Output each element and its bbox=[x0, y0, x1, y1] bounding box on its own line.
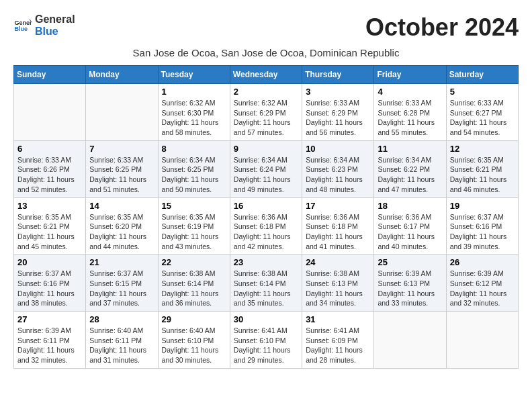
day-number: 7 bbox=[89, 144, 154, 154]
logo-line2: Blue bbox=[35, 26, 75, 38]
day-number: 30 bbox=[234, 314, 298, 324]
day-number: 4 bbox=[378, 87, 442, 97]
calendar-cell: 18Sunrise: 6:36 AM Sunset: 6:17 PM Dayli… bbox=[374, 197, 446, 255]
day-number: 24 bbox=[306, 257, 370, 267]
calendar-cell bbox=[86, 84, 158, 141]
cell-info: Sunrise: 6:32 AM Sunset: 6:29 PM Dayligh… bbox=[234, 98, 298, 138]
day-number: 25 bbox=[378, 257, 442, 267]
calendar-cell: 25Sunrise: 6:39 AM Sunset: 6:13 PM Dayli… bbox=[374, 255, 446, 312]
day-number: 21 bbox=[89, 257, 154, 267]
day-number: 22 bbox=[162, 257, 226, 267]
calendar-cell: 6Sunrise: 6:33 AM Sunset: 6:26 PM Daylig… bbox=[14, 140, 86, 197]
calendar-cell: 14Sunrise: 6:35 AM Sunset: 6:20 PM Dayli… bbox=[86, 197, 158, 255]
calendar-cell: 8Sunrise: 6:34 AM Sunset: 6:25 PM Daylig… bbox=[158, 140, 230, 197]
calendar-week-row: 1Sunrise: 6:32 AM Sunset: 6:30 PM Daylig… bbox=[14, 84, 519, 141]
cell-info: Sunrise: 6:33 AM Sunset: 6:29 PM Dayligh… bbox=[306, 98, 370, 138]
calendar-table: SundayMondayTuesdayWednesdayThursdayFrid… bbox=[13, 65, 519, 369]
weekday-header-row: SundayMondayTuesdayWednesdayThursdayFrid… bbox=[14, 66, 519, 84]
svg-text:Blue: Blue bbox=[14, 26, 28, 32]
calendar-week-row: 6Sunrise: 6:33 AM Sunset: 6:26 PM Daylig… bbox=[14, 140, 519, 197]
calendar-cell: 29Sunrise: 6:40 AM Sunset: 6:10 PM Dayli… bbox=[158, 312, 230, 369]
calendar-cell: 11Sunrise: 6:34 AM Sunset: 6:22 PM Dayli… bbox=[374, 140, 446, 197]
weekday-header: Saturday bbox=[446, 66, 518, 84]
day-number: 12 bbox=[450, 144, 515, 154]
day-number: 13 bbox=[17, 201, 82, 211]
cell-info: Sunrise: 6:35 AM Sunset: 6:21 PM Dayligh… bbox=[450, 155, 515, 195]
day-number: 23 bbox=[234, 257, 298, 267]
calendar-cell: 23Sunrise: 6:38 AM Sunset: 6:14 PM Dayli… bbox=[230, 255, 302, 312]
logo-icon: General Blue bbox=[13, 16, 32, 35]
calendar-cell bbox=[446, 312, 518, 369]
day-number: 29 bbox=[162, 314, 226, 324]
cell-info: Sunrise: 6:36 AM Sunset: 6:17 PM Dayligh… bbox=[378, 212, 442, 252]
cell-info: Sunrise: 6:33 AM Sunset: 6:25 PM Dayligh… bbox=[89, 155, 154, 195]
day-number: 18 bbox=[378, 201, 442, 211]
calendar-cell: 5Sunrise: 6:33 AM Sunset: 6:27 PM Daylig… bbox=[446, 84, 518, 141]
calendar-cell: 30Sunrise: 6:41 AM Sunset: 6:10 PM Dayli… bbox=[230, 312, 302, 369]
calendar-cell: 1Sunrise: 6:32 AM Sunset: 6:30 PM Daylig… bbox=[158, 84, 230, 141]
calendar-cell: 13Sunrise: 6:35 AM Sunset: 6:21 PM Dayli… bbox=[14, 197, 86, 255]
weekday-header: Wednesday bbox=[230, 66, 302, 84]
cell-info: Sunrise: 6:33 AM Sunset: 6:26 PM Dayligh… bbox=[17, 155, 82, 195]
calendar-cell bbox=[374, 312, 446, 369]
calendar-cell: 19Sunrise: 6:37 AM Sunset: 6:16 PM Dayli… bbox=[446, 197, 518, 255]
cell-info: Sunrise: 6:34 AM Sunset: 6:22 PM Dayligh… bbox=[378, 155, 442, 195]
cell-info: Sunrise: 6:35 AM Sunset: 6:19 PM Dayligh… bbox=[162, 212, 226, 252]
cell-info: Sunrise: 6:37 AM Sunset: 6:16 PM Dayligh… bbox=[450, 212, 515, 252]
calendar-cell bbox=[14, 84, 86, 141]
day-number: 16 bbox=[234, 201, 298, 211]
cell-info: Sunrise: 6:36 AM Sunset: 6:18 PM Dayligh… bbox=[234, 212, 298, 252]
weekday-header: Tuesday bbox=[158, 66, 230, 84]
calendar-cell: 31Sunrise: 6:41 AM Sunset: 6:09 PM Dayli… bbox=[302, 312, 374, 369]
cell-info: Sunrise: 6:33 AM Sunset: 6:27 PM Dayligh… bbox=[450, 98, 515, 138]
day-number: 5 bbox=[450, 87, 515, 97]
day-number: 15 bbox=[162, 201, 226, 211]
day-number: 2 bbox=[234, 87, 298, 97]
day-number: 19 bbox=[450, 201, 515, 211]
cell-info: Sunrise: 6:38 AM Sunset: 6:14 PM Dayligh… bbox=[162, 269, 226, 308]
cell-info: Sunrise: 6:35 AM Sunset: 6:21 PM Dayligh… bbox=[17, 212, 82, 252]
svg-text:General: General bbox=[14, 19, 32, 26]
calendar-cell: 28Sunrise: 6:40 AM Sunset: 6:11 PM Dayli… bbox=[86, 312, 158, 369]
day-number: 27 bbox=[17, 314, 82, 324]
calendar-cell: 7Sunrise: 6:33 AM Sunset: 6:25 PM Daylig… bbox=[86, 140, 158, 197]
cell-info: Sunrise: 6:34 AM Sunset: 6:24 PM Dayligh… bbox=[234, 155, 298, 195]
calendar-cell: 3Sunrise: 6:33 AM Sunset: 6:29 PM Daylig… bbox=[302, 84, 374, 141]
cell-info: Sunrise: 6:37 AM Sunset: 6:15 PM Dayligh… bbox=[89, 269, 154, 308]
logo-line1: General bbox=[35, 13, 75, 26]
day-number: 11 bbox=[378, 144, 442, 154]
day-number: 8 bbox=[162, 144, 226, 154]
day-number: 9 bbox=[234, 144, 298, 154]
calendar-cell: 27Sunrise: 6:39 AM Sunset: 6:11 PM Dayli… bbox=[14, 312, 86, 369]
calendar-cell: 16Sunrise: 6:36 AM Sunset: 6:18 PM Dayli… bbox=[230, 197, 302, 255]
calendar-cell: 17Sunrise: 6:36 AM Sunset: 6:18 PM Dayli… bbox=[302, 197, 374, 255]
calendar-cell: 21Sunrise: 6:37 AM Sunset: 6:15 PM Dayli… bbox=[86, 255, 158, 312]
cell-info: Sunrise: 6:40 AM Sunset: 6:10 PM Dayligh… bbox=[162, 326, 226, 365]
calendar-cell: 20Sunrise: 6:37 AM Sunset: 6:16 PM Dayli… bbox=[14, 255, 86, 312]
calendar-cell: 12Sunrise: 6:35 AM Sunset: 6:21 PM Dayli… bbox=[446, 140, 518, 197]
cell-info: Sunrise: 6:39 AM Sunset: 6:12 PM Dayligh… bbox=[450, 269, 515, 308]
cell-info: Sunrise: 6:38 AM Sunset: 6:14 PM Dayligh… bbox=[234, 269, 298, 308]
cell-info: Sunrise: 6:41 AM Sunset: 6:09 PM Dayligh… bbox=[306, 326, 370, 365]
day-number: 28 bbox=[89, 314, 154, 324]
logo: General Blue General Blue bbox=[13, 13, 75, 38]
day-number: 3 bbox=[306, 87, 370, 97]
calendar-week-row: 27Sunrise: 6:39 AM Sunset: 6:11 PM Dayli… bbox=[14, 312, 519, 369]
calendar-cell: 26Sunrise: 6:39 AM Sunset: 6:12 PM Dayli… bbox=[446, 255, 518, 312]
calendar-body: 1Sunrise: 6:32 AM Sunset: 6:30 PM Daylig… bbox=[14, 84, 519, 369]
day-number: 31 bbox=[306, 314, 370, 324]
cell-info: Sunrise: 6:36 AM Sunset: 6:18 PM Dayligh… bbox=[306, 212, 370, 252]
calendar-cell: 22Sunrise: 6:38 AM Sunset: 6:14 PM Dayli… bbox=[158, 255, 230, 312]
calendar-cell: 15Sunrise: 6:35 AM Sunset: 6:19 PM Dayli… bbox=[158, 197, 230, 255]
cell-info: Sunrise: 6:38 AM Sunset: 6:13 PM Dayligh… bbox=[306, 269, 370, 308]
cell-info: Sunrise: 6:35 AM Sunset: 6:20 PM Dayligh… bbox=[89, 212, 154, 252]
cell-info: Sunrise: 6:34 AM Sunset: 6:25 PM Dayligh… bbox=[162, 155, 226, 195]
calendar-cell: 2Sunrise: 6:32 AM Sunset: 6:29 PM Daylig… bbox=[230, 84, 302, 141]
cell-info: Sunrise: 6:39 AM Sunset: 6:13 PM Dayligh… bbox=[378, 269, 442, 308]
day-number: 10 bbox=[306, 144, 370, 154]
calendar-cell: 4Sunrise: 6:33 AM Sunset: 6:28 PM Daylig… bbox=[374, 84, 446, 141]
calendar-cell: 24Sunrise: 6:38 AM Sunset: 6:13 PM Dayli… bbox=[302, 255, 374, 312]
cell-info: Sunrise: 6:39 AM Sunset: 6:11 PM Dayligh… bbox=[17, 326, 82, 365]
day-number: 20 bbox=[17, 257, 82, 267]
cell-info: Sunrise: 6:40 AM Sunset: 6:11 PM Dayligh… bbox=[89, 326, 154, 365]
